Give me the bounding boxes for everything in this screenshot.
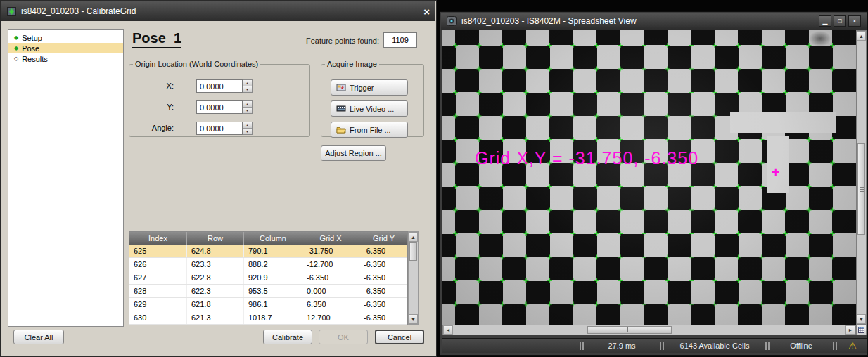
pose-heading: Pose 1 xyxy=(132,30,181,48)
grid-overlay-text: Grid X,Y = -31.750, -6.350 xyxy=(475,148,698,169)
table-row[interactable]: 630 621.3 1018.7 12.700 -6.350 xyxy=(129,311,407,325)
status-segment-blank xyxy=(442,339,578,353)
grid-icon xyxy=(858,327,864,333)
table-row[interactable]: 627 622.8 920.9 -6.350 -6.350 xyxy=(129,271,407,285)
scroll-down-icon[interactable]: ▼ xyxy=(409,314,418,324)
cell-index: 625 xyxy=(129,245,187,257)
grid-view-toggle[interactable] xyxy=(856,325,867,335)
cell-grid-x: 0.000 xyxy=(302,285,359,297)
nav-tree: ◆ Setup ◆ Pose ◇ Results xyxy=(8,29,124,327)
spreadsheet-view-titlebar[interactable]: is8402_010203 - IS8402M - Spreadsheet Vi… xyxy=(441,13,867,30)
feature-points-label: Feature points found: xyxy=(296,37,379,45)
calibration-image[interactable]: Grid X,Y = -31.750, -6.350 + xyxy=(442,30,856,325)
col-header-index[interactable]: Index xyxy=(129,232,187,245)
col-header-row[interactable]: Row xyxy=(187,232,244,245)
col-header-grid-x[interactable]: Grid X xyxy=(302,232,359,245)
table-scroll-thumb[interactable] xyxy=(409,242,417,261)
col-header-column[interactable]: Column xyxy=(244,232,302,245)
status-divider xyxy=(578,339,585,353)
live-video-button-label: Live Video ... xyxy=(350,105,394,113)
tree-item-label: Results xyxy=(22,55,48,63)
x-input[interactable] xyxy=(196,79,243,93)
cell-column: 790.1 xyxy=(244,245,302,257)
window-title: is8402_010203 - IS8402M - Spreadsheet Vi… xyxy=(461,16,637,26)
adjust-region-button[interactable]: Adjust Region ... xyxy=(321,145,386,161)
warning-icon[interactable]: ⚠ xyxy=(838,339,867,353)
cell-index: 628 xyxy=(129,285,187,297)
calibrate-button[interactable]: Calibrate xyxy=(263,330,312,344)
angle-input[interactable] xyxy=(196,122,243,135)
cell-row: 621.8 xyxy=(187,298,244,311)
col-header-grid-y[interactable]: Grid Y xyxy=(359,232,409,245)
spin-down-icon[interactable]: ▼ xyxy=(243,86,252,92)
image-vertical-scrollbar[interactable]: ▲ ▼ xyxy=(856,30,867,325)
calibrate-grid-titlebar[interactable]: is8402_010203 - CalibrateGrid × xyxy=(1,1,435,21)
connection-status: Offline xyxy=(771,339,831,353)
image-horizontal-scrollbar[interactable]: ◄ ► xyxy=(442,325,856,335)
spin-down-icon[interactable]: ▼ xyxy=(243,128,252,134)
tree-item-label: Pose xyxy=(22,44,39,53)
close-icon[interactable]: × xyxy=(848,15,861,27)
angle-field-row: Angle: ▲ ▼ xyxy=(129,122,309,135)
cell-grid-y: -6.350 xyxy=(359,258,409,271)
table-row[interactable]: 629 621.8 986.1 6.350 -6.350 xyxy=(129,298,407,311)
scroll-left-icon[interactable]: ◄ xyxy=(443,325,453,335)
cell-column: 920.9 xyxy=(244,271,302,284)
table-header-row: Index Row Column Grid X Grid Y xyxy=(129,232,407,245)
table-row[interactable]: 625 624.8 790.1 -31.750 -6.350 xyxy=(129,245,407,258)
spin-up-icon[interactable]: ▲ xyxy=(243,101,252,107)
spin-up-icon[interactable]: ▲ xyxy=(243,80,252,86)
spin-down-icon[interactable]: ▼ xyxy=(243,107,252,113)
table-row[interactable]: 626 623.3 888.2 -12.700 -6.350 xyxy=(129,258,407,271)
tree-item-setup[interactable]: ◆ Setup xyxy=(8,32,123,43)
spin-up-icon[interactable]: ▲ xyxy=(243,122,252,128)
vertical-scroll-thumb[interactable] xyxy=(857,143,865,235)
adjust-region-button-label: Adjust Region ... xyxy=(325,149,382,157)
x-label: X: xyxy=(134,82,174,90)
calibrate-button-label: Calibrate xyxy=(272,333,303,342)
status-divider xyxy=(764,339,771,353)
minimize-icon[interactable]: ▁ xyxy=(819,15,831,27)
horizontal-scroll-thumb[interactable] xyxy=(587,326,672,334)
acquire-image-legend: Acquire Image xyxy=(325,60,379,68)
x-spinner: ▲ ▼ xyxy=(243,79,253,93)
diamond-icon: ◆ xyxy=(14,46,18,51)
cell-column: 1018.7 xyxy=(244,311,302,324)
table-scrollbar[interactable]: ▲ ▼ xyxy=(408,231,419,325)
cell-grid-y: -6.350 xyxy=(359,285,409,297)
scroll-up-icon[interactable]: ▲ xyxy=(409,232,418,242)
origin-location-legend: Origin Location (World Coordinates) xyxy=(133,60,260,68)
y-spinner: ▲ ▼ xyxy=(243,100,253,114)
cell-row: 624.8 xyxy=(187,245,244,257)
from-file-button[interactable]: From File ... xyxy=(331,122,408,138)
cell-row: 622.3 xyxy=(187,285,244,297)
table-row[interactable]: 628 622.3 953.5 0.000 -6.350 xyxy=(129,285,407,298)
calibrate-grid-app-icon xyxy=(7,7,16,16)
cell-grid-x: -6.350 xyxy=(302,271,359,284)
cancel-button[interactable]: Cancel xyxy=(375,330,424,344)
maximize-icon[interactable]: □ xyxy=(834,15,846,27)
cell-grid-x: -31.750 xyxy=(302,245,359,257)
scroll-right-icon[interactable]: ► xyxy=(845,325,855,335)
y-field-row: Y: ▲ ▼ xyxy=(129,100,309,114)
scroll-down-icon[interactable]: ▼ xyxy=(857,314,866,324)
spreadsheet-view-icon xyxy=(447,16,457,26)
ok-button[interactable]: OK xyxy=(319,330,368,344)
cancel-button-label: Cancel xyxy=(388,333,411,342)
cell-row: 621.3 xyxy=(187,311,244,324)
scroll-up-icon[interactable]: ▲ xyxy=(857,31,866,41)
acquire-image-group: Acquire Image Trigger Live Video ... Fro… xyxy=(321,60,424,137)
x-field-row: X: ▲ ▼ xyxy=(129,79,309,93)
clear-all-button[interactable]: Clear All xyxy=(13,330,64,344)
live-video-button[interactable]: Live Video ... xyxy=(331,100,408,117)
trigger-button[interactable]: Trigger xyxy=(331,79,408,96)
cell-grid-x: 12.700 xyxy=(302,311,359,324)
close-icon[interactable]: × xyxy=(423,6,430,17)
status-divider xyxy=(658,339,665,353)
cell-row: 622.8 xyxy=(187,271,244,284)
y-input[interactable] xyxy=(196,100,243,114)
image-smudge xyxy=(808,30,832,47)
feature-crosses-overlay xyxy=(442,30,856,325)
tree-item-pose[interactable]: ◆ Pose xyxy=(8,43,123,53)
tree-item-results[interactable]: ◇ Results xyxy=(8,53,123,64)
